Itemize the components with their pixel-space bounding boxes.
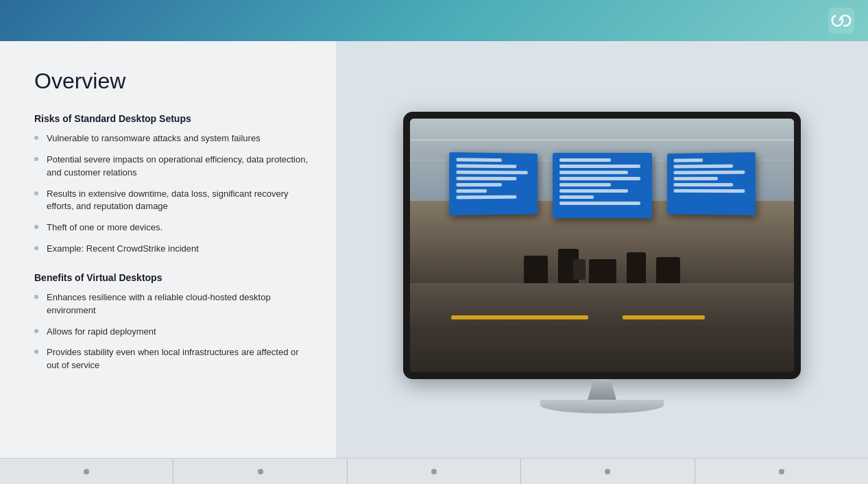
backpack: [573, 259, 586, 280]
nav-dot: [258, 469, 263, 474]
nav-section-3[interactable]: [348, 459, 521, 484]
bullet-dot: [34, 350, 38, 354]
monitor-neck: [581, 379, 623, 400]
bsod-text: [673, 158, 703, 162]
risks-list: Vulnerable to ransomware attacks and sys…: [34, 132, 309, 256]
nav-section-1[interactable]: [0, 459, 173, 484]
bsod-screen-left: [449, 152, 538, 215]
bsod-text: [456, 171, 527, 175]
bsod-text: [559, 195, 594, 199]
list-item-text: Vulnerable to ransomware attacks and sys…: [47, 132, 261, 145]
list-item-text: Example: Recent CrowdStrike incident: [47, 243, 199, 256]
nav-dot: [605, 469, 610, 474]
bsod-text: [559, 158, 611, 162]
bsod-text: [559, 165, 641, 168]
list-item: Results in extensive downtime, data loss…: [34, 188, 309, 214]
bullet-dot: [34, 157, 38, 161]
bullet-dot: [34, 191, 38, 195]
bsod-container: [410, 153, 794, 218]
list-item: Example: Recent CrowdStrike incident: [34, 243, 309, 256]
list-item: Potential severe impacts on operational …: [34, 154, 309, 180]
logo-icon: [828, 8, 854, 34]
left-panel: Overview Risks of Standard Desktop Setup…: [0, 41, 336, 484]
barriers: [410, 315, 794, 321]
barrier-stripe: [623, 315, 705, 319]
bullet-dot: [34, 295, 38, 299]
risks-heading: Risks of Standard Desktop Setups: [34, 113, 309, 124]
bsod-text: [559, 202, 641, 205]
bsod-text: [673, 183, 733, 186]
list-item-text: Provides stability even when local infra…: [47, 346, 309, 372]
bsod-text: [673, 165, 733, 169]
bsod-text: [559, 183, 611, 186]
bullet-dot: [34, 329, 38, 333]
header-bar: [0, 0, 868, 41]
bsod-text: [456, 183, 501, 186]
list-item-text: Results in extensive downtime, data loss…: [47, 188, 309, 214]
bsod-text: [456, 195, 516, 199]
bsod-text: [456, 164, 516, 168]
list-item-text: Potential severe impacts on operational …: [47, 154, 309, 180]
barrier-stripe: [451, 315, 588, 319]
list-item: Vulnerable to ransomware attacks and sys…: [34, 132, 309, 145]
ceiling-line: [410, 139, 794, 141]
nav-section-2[interactable]: [173, 459, 347, 484]
slide-title: Overview: [34, 69, 309, 94]
list-item: Provides stability even when local infra…: [34, 346, 309, 372]
nav-dot: [431, 469, 437, 474]
bsod-screen-right: [667, 152, 756, 215]
main-content: Overview Risks of Standard Desktop Setup…: [0, 41, 868, 484]
bullet-dot: [34, 246, 38, 250]
airport-scene: [410, 119, 794, 372]
right-panel: [336, 41, 868, 484]
nav-dot: [779, 469, 784, 474]
bsod-text: [456, 177, 516, 180]
benefits-list: Enhances resilience with a reliable clou…: [34, 291, 309, 372]
nav-section-5[interactable]: [695, 459, 868, 484]
list-item: Allows for rapid deployment: [34, 326, 309, 339]
list-item-text: Allows for rapid deployment: [47, 326, 156, 339]
bsod-text: [673, 189, 744, 193]
list-item-text: Enhances resilience with a reliable clou…: [47, 291, 309, 317]
bsod-text: [456, 158, 501, 162]
list-item: Enhances resilience with a reliable clou…: [34, 291, 309, 317]
bsod-text: [456, 189, 487, 193]
bsod-screen-center: [553, 153, 652, 218]
nav-section-4[interactable]: [521, 459, 695, 484]
monitor-screen: [410, 119, 794, 372]
bsod-text: [673, 177, 717, 180]
terminal-floor: [410, 283, 794, 372]
bullet-dot: [34, 136, 38, 140]
benefits-heading: Benefits of Virtual Desktops: [34, 272, 309, 283]
bsod-text: [559, 189, 628, 193]
nav-dot: [84, 469, 89, 474]
bsod-text: [673, 171, 744, 175]
monitor-illustration: [403, 112, 801, 413]
monitor-base: [540, 400, 664, 413]
list-item-text: Theft of one or more devices.: [47, 221, 162, 234]
bsod-text: [559, 171, 628, 174]
bullet-dot: [34, 225, 38, 229]
bsod-text: [559, 177, 641, 180]
monitor-outer: [403, 112, 801, 379]
list-item: Theft of one or more devices.: [34, 221, 309, 234]
bottom-nav: [0, 458, 868, 484]
